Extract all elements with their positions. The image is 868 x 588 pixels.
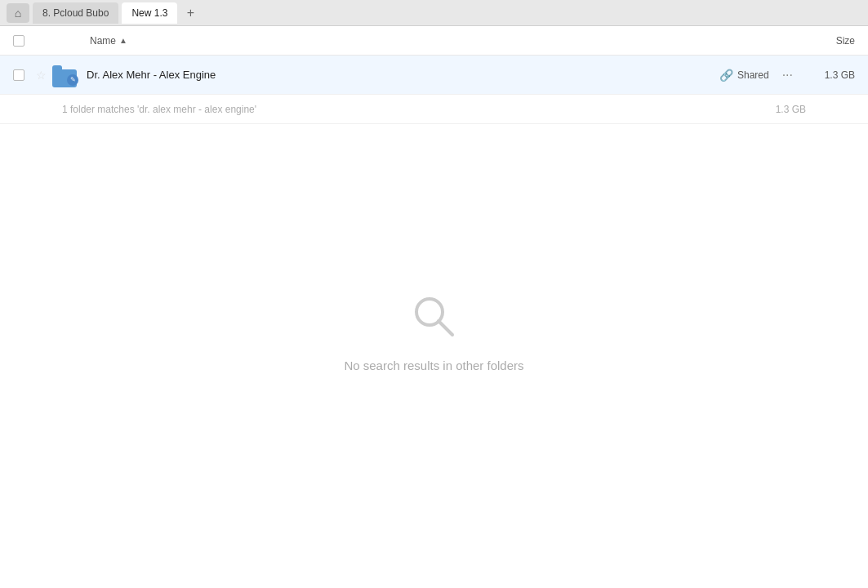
folder-tab bbox=[52, 65, 62, 69]
file-size: 1.3 GB bbox=[806, 69, 855, 81]
empty-message: No search results in other folders bbox=[344, 359, 523, 372]
svg-line-1 bbox=[438, 321, 452, 335]
star-icon: ☆ bbox=[36, 69, 47, 82]
pen-overlay-icon: ✎ bbox=[67, 74, 78, 86]
empty-state: No search results in other folders bbox=[0, 124, 868, 588]
tab-label-pcloud: 8. Pcloud Bubo bbox=[42, 7, 109, 19]
select-all-checkbox[interactable] bbox=[13, 35, 24, 47]
match-info-row: 1 folder matches 'dr. alex mehr - alex e… bbox=[0, 95, 868, 124]
shared-badge: 🔗 Shared bbox=[719, 69, 769, 82]
tab-bar: ⌂ 8. Pcloud Bubo New 1.3 + bbox=[0, 0, 868, 26]
size-label: Size bbox=[836, 35, 855, 47]
row-checkbox-area bbox=[13, 69, 36, 81]
home-icon: ⌂ bbox=[15, 7, 21, 20]
link-icon: 🔗 bbox=[719, 69, 733, 82]
folder-icon: ✎ bbox=[52, 63, 78, 87]
match-info-text: 1 folder matches 'dr. alex mehr - alex e… bbox=[62, 104, 776, 115]
main-content: Name ▲ Size ☆ ✎ Dr. Alex Mehr - Alex Eng… bbox=[0, 26, 868, 588]
more-icon: ··· bbox=[782, 68, 793, 82]
row-checkbox[interactable] bbox=[13, 69, 24, 81]
home-tab[interactable]: ⌂ bbox=[7, 3, 29, 23]
tab-new-1-3[interactable]: New 1.3 bbox=[122, 2, 177, 24]
match-info-size: 1.3 GB bbox=[776, 104, 806, 115]
size-column-header: Size bbox=[790, 35, 855, 47]
tab-pcloud-bubo[interactable]: 8. Pcloud Bubo bbox=[33, 2, 118, 24]
empty-search-icon bbox=[408, 291, 461, 345]
folder-icon-area: ✎ bbox=[52, 62, 78, 88]
name-label: Name bbox=[90, 35, 116, 47]
header-checkbox-area bbox=[13, 35, 36, 47]
folder-name: Dr. Alex Mehr - Alex Engine bbox=[87, 69, 719, 81]
file-row[interactable]: ☆ ✎ Dr. Alex Mehr - Alex Engine 🔗 Shared… bbox=[0, 56, 868, 95]
add-tab-icon: + bbox=[187, 6, 194, 20]
more-options-button[interactable]: ··· bbox=[779, 65, 796, 86]
column-header-row: Name ▲ Size bbox=[0, 26, 868, 56]
star-button[interactable]: ☆ bbox=[36, 69, 52, 82]
shared-label: Shared bbox=[737, 69, 769, 81]
tab-label-new: New 1.3 bbox=[131, 7, 167, 19]
sort-arrow-icon: ▲ bbox=[119, 36, 127, 45]
add-tab-button[interactable]: + bbox=[180, 3, 200, 23]
name-column-header[interactable]: Name ▲ bbox=[90, 35, 790, 47]
